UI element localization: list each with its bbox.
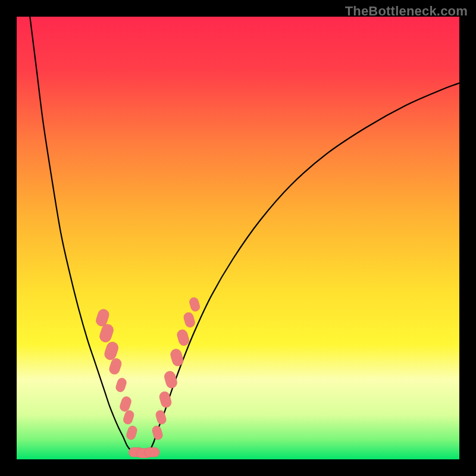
chart-svg (17, 17, 459, 459)
gradient-background (17, 17, 459, 459)
watermark-text: TheBottleneck.com (345, 4, 468, 19)
bottom-marker-3 (145, 447, 159, 457)
chart-frame: TheBottleneck.com (0, 0, 476, 476)
plot-area (17, 17, 459, 459)
